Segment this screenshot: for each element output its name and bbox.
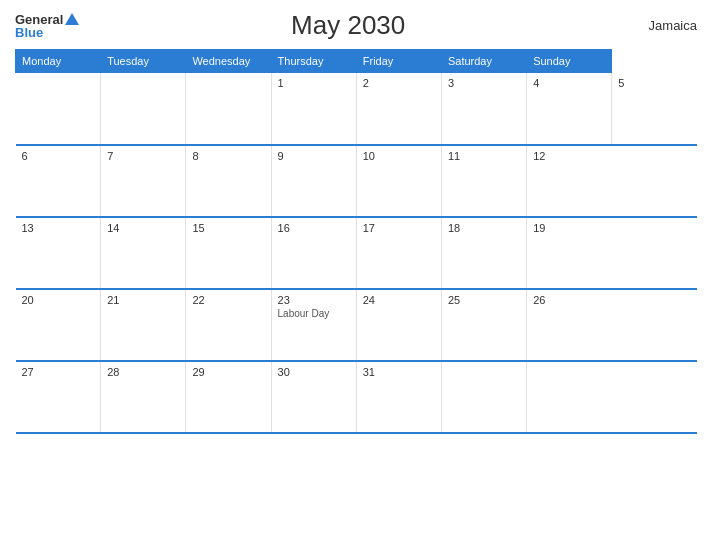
day-number: 6 — [22, 150, 95, 162]
day-number: 21 — [107, 294, 179, 306]
day-number: 5 — [618, 77, 691, 89]
day-number: 18 — [448, 222, 520, 234]
table-row: 13 — [16, 217, 101, 289]
table-row: 14 — [101, 217, 186, 289]
calendar-week-row: 13141516171819 — [16, 217, 698, 289]
table-row: 15 — [186, 217, 271, 289]
day-number: 20 — [22, 294, 95, 306]
day-number: 25 — [448, 294, 520, 306]
day-number: 12 — [533, 150, 606, 162]
day-number: 23 — [278, 294, 350, 306]
table-row: 27 — [16, 361, 101, 433]
table-row — [101, 73, 186, 145]
day-number: 17 — [363, 222, 435, 234]
day-number: 22 — [192, 294, 264, 306]
day-number: 31 — [363, 366, 435, 378]
table-row — [16, 73, 101, 145]
day-number: 30 — [278, 366, 350, 378]
day-number: 13 — [22, 222, 95, 234]
table-row: 2 — [356, 73, 441, 145]
table-row: 16 — [271, 217, 356, 289]
day-number: 4 — [533, 77, 605, 89]
day-number: 14 — [107, 222, 179, 234]
day-number: 26 — [533, 294, 606, 306]
table-row — [186, 73, 271, 145]
calendar-week-row: 20212223Labour Day242526 — [16, 289, 698, 361]
table-row: 23Labour Day — [271, 289, 356, 361]
col-sunday: Sunday — [527, 50, 612, 73]
table-row: 30 — [271, 361, 356, 433]
day-number: 27 — [22, 366, 95, 378]
table-row: 9 — [271, 145, 356, 217]
logo: General Blue — [15, 13, 79, 39]
day-number: 8 — [192, 150, 264, 162]
table-row: 7 — [101, 145, 186, 217]
day-number: 7 — [107, 150, 179, 162]
table-row: 10 — [356, 145, 441, 217]
col-tuesday: Tuesday — [101, 50, 186, 73]
calendar-table: Monday Tuesday Wednesday Thursday Friday… — [15, 49, 697, 434]
calendar-header: General Blue May 2030 Jamaica — [15, 10, 697, 41]
table-row: 28 — [101, 361, 186, 433]
col-wednesday: Wednesday — [186, 50, 271, 73]
calendar-week-row: 12345 — [16, 73, 698, 145]
col-monday: Monday — [16, 50, 101, 73]
calendar-page: General Blue May 2030 Jamaica Monday Tue… — [0, 0, 712, 550]
table-row: 5 — [612, 73, 697, 145]
day-number: 29 — [192, 366, 264, 378]
table-row: 18 — [441, 217, 526, 289]
table-row: 11 — [441, 145, 526, 217]
calendar-week-row: 2728293031 — [16, 361, 698, 433]
event-label: Labour Day — [278, 308, 350, 319]
table-row: 4 — [527, 73, 612, 145]
calendar-title: May 2030 — [79, 10, 617, 41]
table-row: 22 — [186, 289, 271, 361]
table-row — [527, 361, 612, 433]
table-row: 21 — [101, 289, 186, 361]
logo-blue-text: Blue — [15, 26, 43, 39]
day-number: 19 — [533, 222, 606, 234]
day-number: 15 — [192, 222, 264, 234]
table-row: 12 — [527, 145, 612, 217]
day-number: 2 — [363, 77, 435, 89]
day-number: 11 — [448, 150, 520, 162]
table-row — [441, 361, 526, 433]
table-row: 19 — [527, 217, 612, 289]
table-row: 24 — [356, 289, 441, 361]
table-row: 29 — [186, 361, 271, 433]
table-row: 6 — [16, 145, 101, 217]
logo-triangle-icon — [65, 13, 79, 25]
col-saturday: Saturday — [441, 50, 526, 73]
day-number: 9 — [278, 150, 350, 162]
col-friday: Friday — [356, 50, 441, 73]
table-row: 3 — [441, 73, 526, 145]
calendar-header-row: Monday Tuesday Wednesday Thursday Friday… — [16, 50, 698, 73]
table-row: 8 — [186, 145, 271, 217]
day-number: 28 — [107, 366, 179, 378]
day-number: 16 — [278, 222, 350, 234]
table-row: 31 — [356, 361, 441, 433]
logo-general-text: General — [15, 13, 63, 26]
table-row: 17 — [356, 217, 441, 289]
country-label: Jamaica — [617, 18, 697, 33]
table-row: 1 — [271, 73, 356, 145]
table-row: 25 — [441, 289, 526, 361]
day-number: 3 — [448, 77, 520, 89]
calendar-week-row: 6789101112 — [16, 145, 698, 217]
day-number: 10 — [363, 150, 435, 162]
day-number: 24 — [363, 294, 435, 306]
day-number: 1 — [278, 77, 350, 89]
table-row: 20 — [16, 289, 101, 361]
col-thursday: Thursday — [271, 50, 356, 73]
table-row: 26 — [527, 289, 612, 361]
